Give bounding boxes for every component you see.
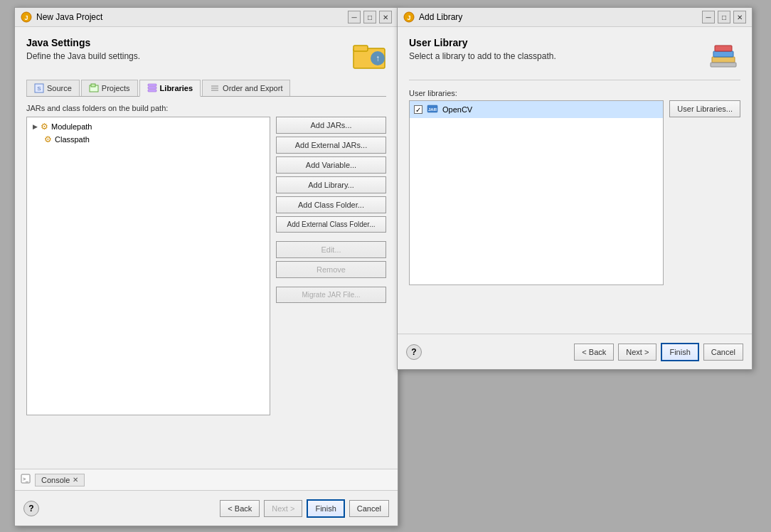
lib-item-opencv[interactable]: ✓ JAR OpenCV xyxy=(410,101,663,118)
tab-source-label: Source xyxy=(47,84,72,92)
svg-text:↑: ↑ xyxy=(376,53,380,63)
svg-text:S: S xyxy=(37,85,41,92)
tab-libraries-label: Libraries xyxy=(160,84,193,92)
svg-rect-3 xyxy=(353,46,368,51)
svg-text:>_: >_ xyxy=(23,477,28,482)
lib-list-area: ✓ JAR OpenCV User Libraries... xyxy=(409,100,740,291)
tree-item-classpath[interactable]: ⚙ Classpath xyxy=(30,133,267,146)
add-lib-nav-buttons: < Back Next > Finish Cancel xyxy=(574,343,743,361)
njp-maximize-btn[interactable]: □ xyxy=(363,11,376,23)
add-library-button[interactable]: Add Library... xyxy=(276,176,386,193)
svg-text:J: J xyxy=(24,14,28,21)
njp-next-button: Next > xyxy=(264,500,302,517)
migrate-jar-button: Migrate JAR File... xyxy=(276,287,386,303)
add-variable-button[interactable]: Add Variable... xyxy=(276,156,386,174)
modulepath-chevron: ▶ xyxy=(33,123,38,130)
njp-page-subtitle: Define the Java build settings. xyxy=(26,51,140,61)
add-lib-close-btn[interactable]: ✕ xyxy=(733,11,746,23)
opencv-checkbox[interactable]: ✓ xyxy=(414,105,422,114)
njp-titlebar: J New Java Project ─ □ ✕ xyxy=(15,8,398,27)
njp-tab-strip: S Source Projects xyxy=(26,80,386,97)
njp-close-btn[interactable]: ✕ xyxy=(379,11,392,23)
njp-content: Java Settings Define the Java build sett… xyxy=(15,27,398,425)
njp-back-button[interactable]: < Back xyxy=(220,500,260,517)
svg-rect-11 xyxy=(148,90,156,92)
njp-help-button[interactable]: ? xyxy=(23,501,39,516)
add-external-class-folder-button[interactable]: Add External Class Folder... xyxy=(276,216,386,233)
add-lib-window-title: Add Library xyxy=(419,12,698,22)
add-lib-finish-button[interactable]: Finish xyxy=(661,343,698,361)
add-lib-maximize-btn[interactable]: □ xyxy=(718,11,730,23)
add-lib-minimize-btn[interactable]: ─ xyxy=(702,11,715,23)
add-lib-help-button[interactable]: ? xyxy=(406,344,422,360)
add-lib-content: User Library Select a library to add to … xyxy=(398,27,752,301)
njp-minimize-btn[interactable]: ─ xyxy=(348,11,361,23)
console-close-icon[interactable]: ✕ xyxy=(73,476,78,484)
njp-window-controls: ─ □ ✕ xyxy=(348,11,392,23)
svg-rect-12 xyxy=(148,84,156,86)
add-lib-header: User Library Select a library to add to … xyxy=(409,37,740,80)
svg-rect-10 xyxy=(148,87,156,89)
svg-rect-9 xyxy=(91,84,95,87)
modulepath-label: Modulepath xyxy=(51,122,92,131)
lib-list: ✓ JAR OpenCV xyxy=(409,100,664,285)
svg-text:J: J xyxy=(407,14,410,21)
modulepath-icon: ⚙ xyxy=(41,122,48,132)
source-tab-icon: S xyxy=(34,83,44,93)
edit-button: Edit... xyxy=(276,241,386,258)
order-tab-icon xyxy=(210,83,220,93)
add-lib-cancel-button[interactable]: Cancel xyxy=(703,344,743,361)
njp-bottom-bar: ? < Back Next > Finish Cancel xyxy=(15,490,398,526)
tree-item-modulepath[interactable]: ▶ ⚙ Modulepath xyxy=(30,120,267,133)
add-class-folder-button[interactable]: Add Class Folder... xyxy=(276,196,386,213)
njp-console-bar: >_ Console ✕ xyxy=(15,469,398,490)
njp-nav-buttons: < Back Next > Finish Cancel xyxy=(220,499,389,518)
svg-rect-22 xyxy=(715,46,732,51)
njp-cancel-button[interactable]: Cancel xyxy=(349,500,389,517)
add-lib-dialog-title: User Library xyxy=(409,37,556,48)
console-tab-label[interactable]: Console ✕ xyxy=(35,474,85,486)
njp-buttons-panel: Add JARs... Add External JARs... Add Var… xyxy=(276,117,386,415)
tab-source[interactable]: S Source xyxy=(26,80,80,96)
add-lib-titlebar: J Add Library ─ □ ✕ xyxy=(398,8,752,27)
svg-rect-23 xyxy=(711,63,736,67)
classpath-label: Classpath xyxy=(55,135,90,144)
svg-rect-21 xyxy=(713,51,733,57)
add-lib-title-icon: J xyxy=(403,11,415,23)
njp-finish-button[interactable]: Finish xyxy=(307,499,344,518)
projects-tab-icon xyxy=(89,83,99,93)
user-libraries-label: User libraries: xyxy=(409,89,740,97)
njp-header-text: Java Settings Define the Java build sett… xyxy=(26,37,140,71)
build-path-label: JARs and class folders on the build path… xyxy=(26,104,386,112)
console-label: Console xyxy=(41,476,70,484)
njp-header-icon: ↑ xyxy=(352,37,386,71)
new-java-project-window: J New Java Project ─ □ ✕ Java Settings D… xyxy=(14,7,398,526)
add-jars-button[interactable]: Add JARs... xyxy=(276,117,386,134)
add-lib-next-button[interactable]: Next > xyxy=(618,344,656,361)
build-path-tree: ▶ ⚙ Modulepath ⚙ Classpath xyxy=(26,117,270,415)
add-external-jars-button[interactable]: Add External JARs... xyxy=(276,137,386,154)
tab-projects-label: Projects xyxy=(102,84,130,92)
njp-page-title: Java Settings xyxy=(26,37,140,48)
console-tab-icon: >_ xyxy=(21,474,31,486)
tab-order-export[interactable]: Order and Export xyxy=(202,80,290,96)
opencv-label: OpenCV xyxy=(442,105,472,114)
njp-window-title: New Java Project xyxy=(36,12,344,22)
tab-libraries[interactable]: Libraries xyxy=(139,80,201,97)
njp-page-header: Java Settings Define the Java build sett… xyxy=(26,37,386,71)
libraries-tab-icon xyxy=(147,83,157,93)
remove-button: Remove xyxy=(276,261,386,278)
opencv-icon: JAR xyxy=(427,103,438,116)
add-lib-back-button[interactable]: < Back xyxy=(574,344,614,361)
add-lib-dialog-subtitle: Select a library to add to the classpath… xyxy=(409,51,556,61)
njp-title-icon: J xyxy=(21,11,32,23)
tab-projects[interactable]: Projects xyxy=(81,80,138,96)
build-path-area: ▶ ⚙ Modulepath ⚙ Classpath Add JARs... A… xyxy=(26,117,386,415)
add-lib-header-text: User Library Select a library to add to … xyxy=(409,37,556,71)
classpath-icon: ⚙ xyxy=(44,134,52,144)
svg-text:JAR: JAR xyxy=(428,107,437,112)
svg-rect-20 xyxy=(712,57,735,63)
add-lib-header-icon xyxy=(706,37,740,71)
user-libraries-button[interactable]: User Libraries... xyxy=(669,100,740,117)
add-lib-window-controls: ─ □ ✕ xyxy=(702,11,746,23)
